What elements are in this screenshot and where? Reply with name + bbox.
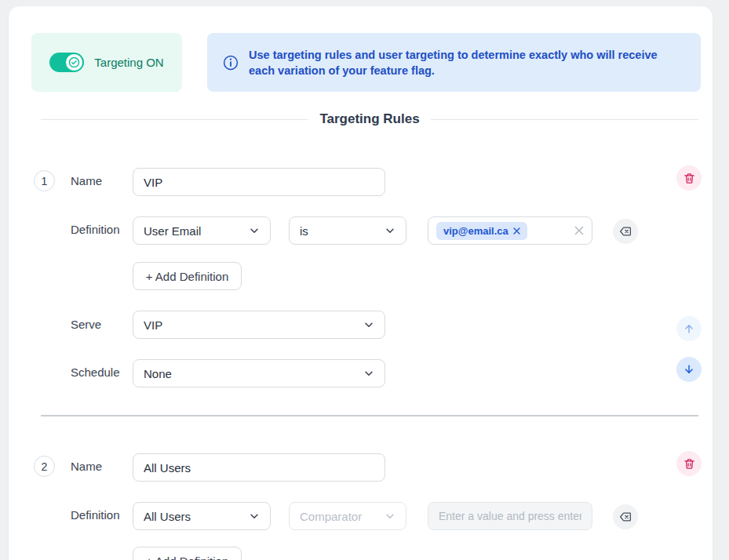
section-title: Targeting Rules bbox=[319, 111, 419, 127]
chevron-down-icon bbox=[363, 368, 374, 379]
comparator-select: Comparator bbox=[289, 502, 406, 530]
move-rule-down-button[interactable] bbox=[676, 357, 702, 382]
targeting-status-box: Targeting ON bbox=[31, 33, 182, 92]
arrow-up-icon bbox=[682, 322, 696, 336]
property-select[interactable]: User Email bbox=[133, 216, 271, 245]
chevron-down-icon bbox=[249, 225, 260, 236]
backspace-icon bbox=[618, 224, 632, 238]
serve-select[interactable]: VIP bbox=[133, 311, 385, 339]
values-tag-input[interactable]: vip@email.ca bbox=[428, 216, 592, 245]
rule-number-badge: 2 bbox=[34, 456, 55, 477]
clear-definition-button[interactable] bbox=[613, 219, 638, 244]
rule-divider bbox=[41, 415, 698, 416]
value-input bbox=[428, 502, 592, 530]
name-label: Name bbox=[71, 459, 102, 475]
schedule-select[interactable]: None bbox=[133, 359, 385, 387]
info-banner: Use targeting rules and user targeting t… bbox=[207, 33, 701, 92]
comparator-select[interactable]: is bbox=[289, 216, 406, 245]
name-label: Name bbox=[71, 173, 102, 189]
trash-icon bbox=[683, 172, 696, 185]
arrow-down-icon bbox=[682, 362, 696, 376]
info-icon bbox=[223, 55, 239, 71]
targeting-toggle[interactable] bbox=[49, 53, 84, 72]
clear-definition-button[interactable] bbox=[613, 504, 638, 529]
targeting-toggle-label: Targeting ON bbox=[94, 56, 163, 69]
delete-rule-button[interactable] bbox=[676, 451, 702, 476]
chevron-down-icon bbox=[385, 225, 395, 236]
definition-label: Definition bbox=[71, 222, 120, 238]
toggle-check-icon bbox=[66, 54, 82, 71]
rule-number-badge: 1 bbox=[34, 170, 55, 191]
chevron-down-icon bbox=[385, 511, 395, 522]
add-definition-button[interactable]: + Add Definition bbox=[133, 262, 242, 290]
chevron-down-icon bbox=[363, 319, 374, 330]
backspace-icon bbox=[618, 510, 632, 524]
add-definition-button[interactable]: + Add Definition bbox=[133, 547, 242, 560]
serve-label: Serve bbox=[71, 317, 101, 333]
rule-name-input[interactable] bbox=[133, 168, 385, 196]
chevron-down-icon bbox=[249, 511, 260, 522]
move-rule-up-button[interactable] bbox=[676, 316, 702, 341]
heading-line-left bbox=[41, 119, 308, 120]
clear-values-icon[interactable] bbox=[574, 226, 584, 235]
definition-label: Definition bbox=[71, 507, 120, 523]
heading-line-right bbox=[431, 119, 698, 120]
chip-remove-icon[interactable] bbox=[513, 227, 520, 235]
property-select[interactable]: All Users bbox=[133, 502, 271, 530]
info-banner-text: Use targeting rules and user targeting t… bbox=[249, 47, 685, 78]
targeting-card: Targeting ON Use targeting rules and use… bbox=[9, 6, 713, 560]
trash-icon bbox=[683, 457, 696, 471]
value-chip: vip@email.ca bbox=[436, 222, 527, 240]
rule-name-input[interactable] bbox=[133, 453, 385, 482]
schedule-label: Schedule bbox=[71, 365, 120, 380]
section-heading-row: Targeting Rules bbox=[41, 110, 698, 129]
value-chip-text: vip@email.ca bbox=[443, 225, 508, 237]
delete-rule-button[interactable] bbox=[676, 165, 702, 191]
